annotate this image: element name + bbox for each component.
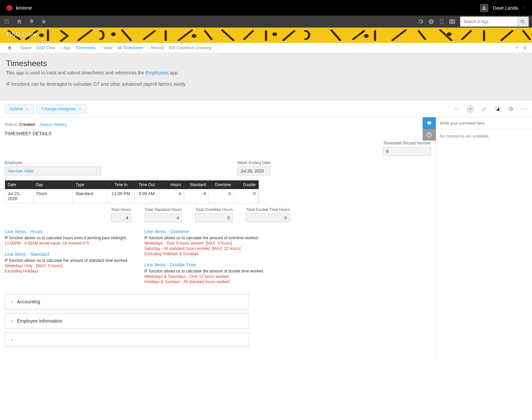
more-button[interactable]	[521, 108, 527, 110]
svg-point-7	[40, 34, 43, 36]
chevron-right-icon	[10, 338, 14, 342]
week-ending-value: Jul 26, 2020	[237, 166, 271, 175]
chevron-right-icon	[10, 300, 14, 304]
total-overtime-field: Total Overtime Hours0	[195, 207, 233, 222]
comment-input-wrap	[436, 117, 532, 129]
employees-link[interactable]: Employees	[146, 70, 169, 75]
totals-row: Total Hours4 Total Standard Hours4 Total…	[111, 207, 431, 222]
expand-icon[interactable]	[454, 106, 459, 112]
svg-point-9	[193, 35, 196, 37]
status-history-link[interactable]: Status History	[40, 122, 67, 127]
search-button[interactable]	[517, 17, 529, 27]
person-icon	[481, 5, 487, 11]
user-name: Dave Landa	[493, 5, 518, 11]
code-icon[interactable]	[449, 19, 456, 24]
search-input[interactable]	[460, 17, 517, 27]
svg-point-3	[441, 23, 442, 23]
settings-button[interactable]	[507, 106, 513, 112]
breadcrumb-space[interactable]: Space: GSD Crew	[16, 43, 59, 52]
chevron-down-icon	[78, 107, 81, 111]
table-header: Date Day Type Time In Time Out Hours Sta…	[5, 180, 259, 189]
svg-point-10	[273, 33, 276, 35]
top-bar: kintone Dave Landa	[0, 0, 532, 16]
total-hours-field: Total Hours4	[111, 207, 131, 222]
app-header: Timesheets This app is used to track and…	[0, 53, 532, 101]
history-tab[interactable]	[423, 129, 436, 141]
submit-button[interactable]: Submit	[5, 104, 34, 114]
change-assignee-button[interactable]: Change Assignee	[37, 104, 86, 114]
gear-icon[interactable]	[418, 19, 424, 25]
comment-icon	[426, 121, 432, 126]
mobile-icon[interactable]	[439, 19, 444, 25]
brand-logo[interactable]: kintone	[5, 4, 32, 12]
breadcrumb-home[interactable]	[3, 43, 16, 52]
note-overtime: Line Items - Overtime IF function allows…	[144, 229, 271, 256]
app-description: This app is used to track and submit tim…	[6, 70, 526, 75]
chevron-down-icon	[26, 107, 29, 111]
employee-field: Employee Herman Allett	[5, 160, 101, 175]
actions-bar: Submit Change Assignee	[0, 101, 532, 117]
search-box	[460, 17, 529, 27]
svg-text:?: ?	[430, 20, 432, 24]
app-title: Timesheets	[6, 59, 526, 68]
copy-button[interactable]	[495, 106, 500, 112]
home-icon[interactable]	[16, 18, 23, 25]
brand-name: kintone	[16, 5, 32, 11]
bell-icon[interactable]	[29, 19, 35, 25]
breadcrumb-record: Record: 935 Columbus Crossing	[147, 43, 215, 52]
plus-icon	[468, 107, 472, 111]
record-number-value: 9	[383, 147, 431, 156]
add-button[interactable]	[466, 105, 474, 113]
svg-point-5	[521, 20, 524, 23]
gear-icon	[507, 106, 513, 112]
no-comments-message: No comments are available.	[436, 129, 532, 143]
employee-info-group[interactable]: Employee Information	[5, 313, 249, 329]
status-value: Created	[19, 122, 35, 127]
svg-point-16	[521, 108, 522, 109]
unnamed-group[interactable]	[5, 333, 249, 347]
help-icon[interactable]: ?	[428, 19, 434, 25]
search-icon	[520, 19, 525, 24]
chevron-right-icon	[10, 319, 14, 323]
week-ending-field: Week Ending Date Jul 26, 2020	[237, 160, 271, 175]
app-description-2: IF functions can be leveraged to calcula…	[6, 81, 526, 87]
breadcrumb: Space: GSD Crew App: Timesheets View: Al…	[0, 43, 532, 53]
comments-panel: No comments are available.	[436, 117, 532, 357]
note-double: Line Items - Double Time IF function all…	[144, 262, 271, 284]
chevron-down-icon[interactable]	[523, 6, 527, 10]
total-standard-field: Total Standard Hours4	[145, 207, 182, 222]
breadcrumb-view[interactable]: View: All Timesheets	[100, 43, 147, 52]
comments-tab[interactable]	[423, 117, 436, 129]
notes-section: Line Items - Hours IF function allows us…	[5, 229, 431, 290]
status-row: Status: Created Status History	[5, 122, 431, 127]
copy-icon	[495, 106, 500, 112]
record-number-field: Timesheet Record Number 9	[383, 141, 431, 156]
accounting-group[interactable]: Accounting	[5, 294, 249, 309]
kintone-logo-icon	[5, 4, 13, 12]
main-toolbar: ?	[0, 16, 532, 28]
menu-icon[interactable]	[3, 18, 10, 25]
svg-point-12	[448, 33, 451, 35]
star-icon[interactable]	[41, 18, 47, 25]
user-avatar[interactable]	[480, 4, 488, 12]
pencil-icon	[481, 106, 487, 112]
history-icon	[426, 132, 432, 138]
info-icon[interactable]: i	[522, 45, 527, 51]
home-icon	[7, 46, 12, 50]
comment-input[interactable]	[440, 121, 528, 126]
breadcrumb-app[interactable]: App: Timesheets	[59, 43, 100, 52]
svg-point-11	[365, 35, 368, 37]
svg-point-17	[523, 108, 524, 109]
banner-title: GSD Crew	[7, 31, 37, 38]
section-title: TIMESHEET DETAILS	[5, 131, 431, 136]
svg-point-18	[526, 108, 527, 109]
line-items-table: Date Day Type Time In Time Out Hours Sta…	[5, 180, 259, 203]
pin-icon[interactable]	[515, 45, 519, 51]
employee-link[interactable]: Herman Allett	[8, 168, 34, 173]
edit-button[interactable]	[481, 106, 487, 112]
svg-text:i: i	[524, 46, 525, 49]
svg-rect-4	[449, 19, 455, 24]
table-row: Jul 23, 2020 Thurs Standard 11:00 PM 3:0…	[5, 189, 259, 203]
total-double-field: Total Double Time Hours0	[246, 207, 290, 222]
ellipsis-icon	[521, 108, 527, 110]
